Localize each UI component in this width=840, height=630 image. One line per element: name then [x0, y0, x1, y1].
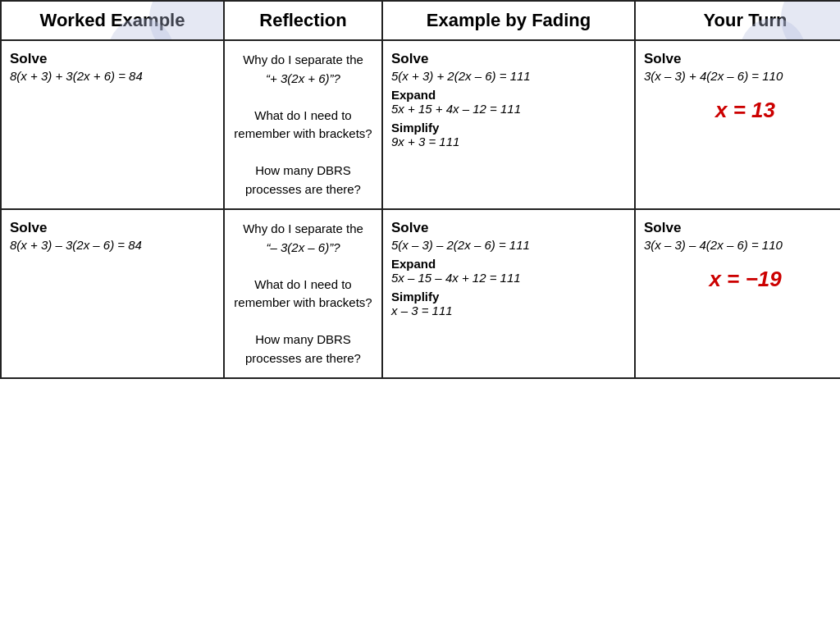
header-worked: Worked Example: [1, 1, 224, 40]
reflection-q2-1: What do I need to remember with brackets…: [234, 108, 372, 141]
worked-equation-1: 8(x + 3) + 3(2x + 6) = 84: [10, 69, 143, 83]
fading-simplify-eq-2: x – 3 = 111: [391, 304, 453, 317]
yourturn-equation-1: 3(x – 3) + 4(2x – 6) = 110: [644, 69, 783, 83]
fading-solve-label-2: Solve: [391, 220, 626, 236]
fading-solve-eq-1: 5(x + 3) + 2(2x – 6) = 111: [391, 69, 531, 83]
reflection-cell-2: Why do I separate the “– 3(2x – 6)”? Wha…: [224, 209, 382, 378]
worked-equation-2: 8(x + 3) – 3(2x – 6) = 84: [10, 238, 142, 252]
reflection-q1-1: Why do I separate the: [243, 52, 363, 66]
table-row: Solve 8(x + 3) – 3(2x – 6) = 84 Why do I…: [1, 209, 840, 378]
fading-expand-label-2: Expand: [391, 257, 626, 271]
yourturn-answer-2: x = −19: [644, 267, 840, 292]
worked-solve-label-1: Solve: [10, 51, 215, 67]
yourturn-answer-1: x = 13: [644, 98, 840, 123]
fading-solve-label-1: Solve: [391, 51, 626, 67]
reflection-q1-2: Why do I separate the: [243, 221, 363, 235]
yourturn-cell-2: Solve 3(x – 3) – 4(2x – 6) = 110 x = −19: [635, 209, 840, 378]
table-row: Solve 8(x + 3) + 3(2x + 6) = 84 Why do I…: [1, 40, 840, 209]
yourturn-equation-2: 3(x – 3) – 4(2x – 6) = 110: [644, 238, 783, 252]
fading-simplify-label-2: Simplify: [391, 290, 626, 304]
reflection-q3-1: How many DBRS processes are there?: [245, 163, 361, 196]
fading-simplify-eq-1: 9x + 3 = 111: [391, 135, 459, 148]
fading-expand-label-1: Expand: [391, 88, 626, 102]
worked-cell-2: Solve 8(x + 3) – 3(2x – 6) = 84: [1, 209, 224, 378]
yourturn-cell-1: Solve 3(x – 3) + 4(2x – 6) = 110 x = 13: [635, 40, 840, 209]
reflection-q1b-2: “– 3(2x – 6)”?: [266, 240, 340, 254]
fading-expand-eq-2: 5x – 15 – 4x + 12 = 111: [391, 271, 521, 285]
yourturn-solve-label-1: Solve: [644, 51, 840, 67]
reflection-q3-2: How many DBRS processes are there?: [245, 332, 361, 365]
worked-cell-1: Solve 8(x + 3) + 3(2x + 6) = 84: [1, 40, 224, 209]
yourturn-solve-label-2: Solve: [644, 220, 840, 236]
reflection-cell-1: Why do I separate the “+ 3(2x + 6)”? Wha…: [224, 40, 382, 209]
fading-expand-eq-1: 5x + 15 + 4x – 12 = 111: [391, 102, 521, 116]
main-table: Worked Example Reflection Example by Fad…: [0, 0, 840, 379]
reflection-q1b-1: “+ 3(2x + 6)”?: [266, 71, 340, 85]
fading-cell-1: Solve 5(x + 3) + 2(2x – 6) = 111 Expand …: [382, 40, 635, 209]
fading-cell-2: Solve 5(x – 3) – 2(2x – 6) = 111 Expand …: [382, 209, 635, 378]
header-yourturn: Your Turn: [635, 1, 840, 40]
fading-simplify-label-1: Simplify: [391, 121, 626, 135]
worked-solve-label-2: Solve: [10, 220, 215, 236]
header-reflection: Reflection: [224, 1, 382, 40]
fading-solve-eq-2: 5(x – 3) – 2(2x – 6) = 111: [391, 238, 530, 252]
header-fading: Example by Fading: [382, 1, 635, 40]
reflection-q2-2: What do I need to remember with brackets…: [234, 277, 372, 310]
